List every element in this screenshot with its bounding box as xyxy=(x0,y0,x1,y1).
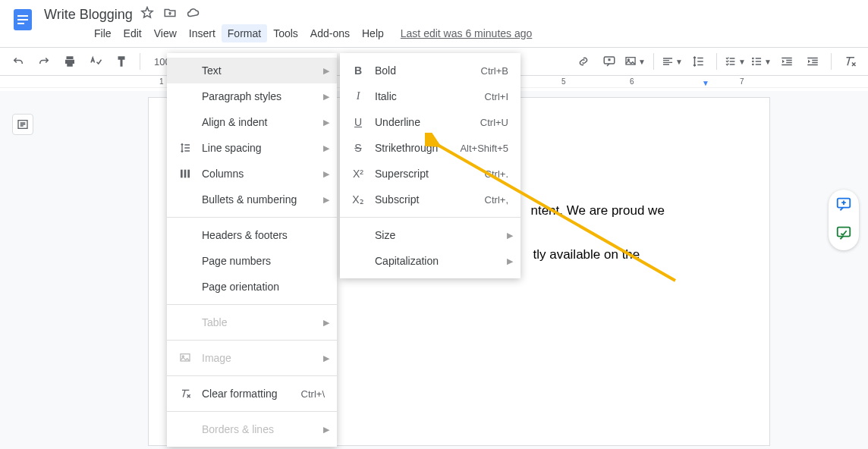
bulleted-list-button[interactable]: ▼ xyxy=(750,51,772,72)
toolbar-separator xyxy=(831,53,832,70)
outline-button[interactable] xyxy=(12,114,33,135)
menu-insert[interactable]: Insert xyxy=(183,24,222,42)
text-item-bold[interactable]: BBoldCtrl+B xyxy=(340,58,520,83)
paint-format-button[interactable] xyxy=(111,51,132,72)
svg-rect-15 xyxy=(187,170,190,178)
cloud-icon[interactable] xyxy=(186,6,200,23)
line-spacing-button[interactable] xyxy=(687,51,709,72)
docs-logo-icon[interactable] xyxy=(9,6,36,33)
format-item-page-numbers[interactable]: Page numbers xyxy=(167,248,337,274)
redo-button[interactable] xyxy=(33,51,55,72)
toolbar-separator xyxy=(716,53,717,70)
document-title[interactable]: Write Blogging xyxy=(44,7,133,23)
toolbar-separator xyxy=(653,53,654,70)
menu-view[interactable]: View xyxy=(148,24,183,42)
format-item-page-orientation[interactable]: Page orientation xyxy=(167,274,337,300)
menu-tools[interactable]: Tools xyxy=(267,24,304,42)
format-item-bullets-numbering[interactable]: Bullets & numbering▶ xyxy=(167,187,337,212)
increase-indent-button[interactable] xyxy=(802,51,823,72)
format-item-align-indent[interactable]: Align & indent▶ xyxy=(167,109,337,135)
format-item-borders-lines: Borders & lines▶ xyxy=(167,416,337,442)
text-submenu: BBoldCtrl+BIItalicCtrl+IUUnderlineCtrl+U… xyxy=(340,53,520,278)
format-menu: Text▶Paragraph styles▶Align & indent▶Lin… xyxy=(167,53,337,447)
text-item-size[interactable]: Size▶ xyxy=(340,222,520,248)
svg-point-8 xyxy=(752,61,754,63)
checklist-button[interactable]: ▼ xyxy=(725,51,746,72)
svg-rect-2 xyxy=(17,19,28,20)
move-icon[interactable] xyxy=(163,6,177,23)
clear-formatting-button[interactable] xyxy=(839,51,860,72)
toolbar-separator xyxy=(140,53,140,70)
comment-button[interactable] xyxy=(599,51,620,72)
undo-button[interactable] xyxy=(8,51,29,72)
format-item-text[interactable]: Text▶ xyxy=(167,58,337,83)
svg-rect-1 xyxy=(17,15,28,17)
svg-rect-3 xyxy=(17,23,24,24)
menu-file[interactable]: File xyxy=(88,24,118,42)
menu-addons[interactable]: Add-ons xyxy=(304,24,356,42)
svg-point-7 xyxy=(752,58,754,60)
spellcheck-button[interactable] xyxy=(85,51,106,72)
text-item-capitalization[interactable]: Capitalization▶ xyxy=(340,248,520,274)
indent-marker-icon[interactable]: ▼ xyxy=(702,79,709,87)
format-item-image: Image▶ xyxy=(167,345,337,371)
text-item-strikethrough[interactable]: SStrikethroughAlt+Shift+5 xyxy=(340,135,520,161)
format-item-line-spacing[interactable]: Line spacing▶ xyxy=(167,135,337,161)
format-item-table: Table▶ xyxy=(167,309,337,335)
menu-help[interactable]: Help xyxy=(356,24,390,42)
menubar: File Edit View Insert Format Tools Add-o… xyxy=(44,23,532,47)
svg-rect-14 xyxy=(184,170,187,178)
side-panel xyxy=(829,190,859,250)
text-item-underline[interactable]: UUnderlineCtrl+U xyxy=(340,109,520,135)
document-text: ntent. We are proud we tly available on … xyxy=(524,178,665,266)
add-comment-icon[interactable] xyxy=(835,196,852,215)
link-button[interactable] xyxy=(573,51,594,72)
svg-point-9 xyxy=(752,64,754,66)
menu-format[interactable]: Format xyxy=(222,24,267,42)
image-button[interactable]: ▼ xyxy=(624,51,646,72)
menu-edit[interactable]: Edit xyxy=(118,24,148,42)
format-item-columns[interactable]: Columns▶ xyxy=(167,161,337,187)
star-icon[interactable] xyxy=(140,6,154,23)
text-item-subscript[interactable]: X₂SubscriptCtrl+, xyxy=(340,187,520,212)
last-edit-link[interactable]: Last edit was 6 minutes ago xyxy=(401,27,533,39)
format-item-clear-formatting[interactable]: Clear formattingCtrl+\ xyxy=(167,381,337,407)
format-item-headers-footers[interactable]: Headers & footers xyxy=(167,222,337,248)
suggest-edit-icon[interactable] xyxy=(835,224,852,244)
svg-rect-13 xyxy=(181,170,183,178)
align-button[interactable]: ▼ xyxy=(662,51,683,72)
print-button[interactable] xyxy=(59,51,80,72)
text-item-italic[interactable]: IItalicCtrl+I xyxy=(340,83,520,109)
decrease-indent-button[interactable] xyxy=(776,51,797,72)
format-item-paragraph-styles[interactable]: Paragraph styles▶ xyxy=(167,83,337,109)
text-item-superscript[interactable]: X²SuperscriptCtrl+. xyxy=(340,161,520,187)
